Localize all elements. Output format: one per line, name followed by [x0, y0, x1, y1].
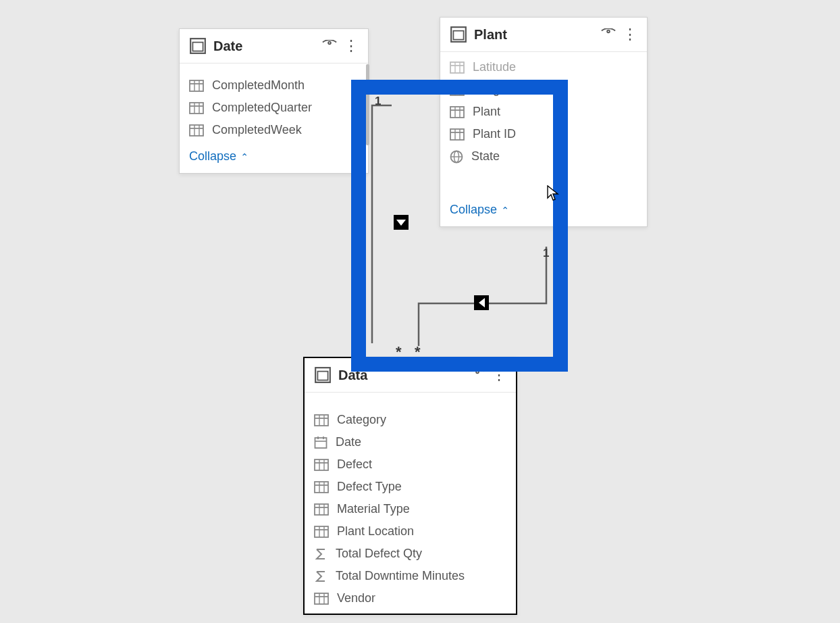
collapse-button[interactable]: Collapse ⌄ — [180, 145, 368, 173]
svg-rect-18 — [450, 62, 464, 73]
more-options-icon[interactable]: ⋮ — [492, 368, 506, 382]
svg-point-17 — [607, 30, 610, 33]
field-list: Category Date Defect Defect Type Materia… — [305, 393, 516, 614]
collapse-label: Collapse — [189, 149, 236, 164]
sigma-icon — [314, 547, 327, 561]
field-row[interactable]: Latitude — [450, 56, 637, 78]
field-name: Defect Type — [337, 480, 402, 494]
field-row[interactable]: Total Downtime Minutes — [314, 565, 506, 587]
field-row[interactable]: Material Type — [314, 498, 506, 520]
column-icon — [314, 459, 329, 471]
chevron-up-icon: ⌄ — [240, 151, 248, 162]
relationship-date-data-direction-icon — [394, 215, 409, 230]
field-name: Plant — [473, 105, 500, 119]
field-row[interactable]: Plant ID — [450, 123, 637, 145]
field-row[interactable]: Defect — [314, 453, 506, 476]
field-name: Longitude — [473, 82, 526, 97]
field-name: Total Downtime Minutes — [336, 569, 465, 583]
collapse-label: Collapse — [450, 203, 497, 217]
field-list: CompletedMonth CompletedQuarter Complete… — [180, 64, 368, 145]
sigma-icon — [314, 570, 327, 583]
field-row[interactable]: Total Defect Qty — [314, 543, 506, 565]
more-options-icon[interactable]: ⋮ — [623, 27, 637, 42]
svg-rect-60 — [315, 526, 328, 537]
field-row[interactable]: Vendor — [314, 587, 506, 609]
visibility-icon[interactable] — [470, 369, 485, 381]
visibility-icon[interactable] — [322, 40, 337, 52]
svg-rect-1 — [192, 43, 203, 51]
svg-rect-64 — [315, 593, 328, 604]
field-name: Latitude — [473, 60, 516, 74]
field-row[interactable]: CompletedMonth — [189, 74, 359, 97]
table-card-plant[interactable]: Plant ⋮ Latitude Longitude Plant — [440, 17, 648, 227]
svg-rect-30 — [450, 129, 464, 140]
field-name: Total Defect Qty — [336, 547, 422, 561]
svg-rect-22 — [450, 84, 464, 95]
svg-rect-16 — [453, 31, 463, 40]
scrollbar[interactable] — [366, 64, 369, 145]
globe-icon — [450, 150, 463, 164]
chevron-up-icon: ⌄ — [501, 205, 509, 216]
column-icon — [314, 481, 329, 493]
field-row[interactable]: Defect Type — [314, 476, 506, 498]
column-icon — [189, 124, 204, 136]
svg-rect-48 — [315, 459, 328, 470]
svg-rect-44 — [315, 438, 327, 448]
field-row[interactable]: Plant Location — [314, 520, 506, 543]
table-icon — [450, 26, 467, 43]
column-icon — [314, 503, 329, 516]
relationship-date-data-line[interactable] — [365, 101, 405, 358]
table-icon — [314, 366, 332, 384]
field-name: Date — [336, 435, 361, 449]
svg-rect-3 — [190, 80, 203, 91]
field-name: Plant Location — [337, 524, 414, 539]
column-icon — [314, 593, 329, 605]
table-icon — [189, 37, 207, 55]
visibility-icon[interactable] — [601, 28, 616, 41]
column-icon — [314, 414, 329, 426]
field-list: Latitude Longitude Plant Plant ID State — [440, 52, 647, 172]
more-options-icon[interactable]: ⋮ — [344, 39, 359, 53]
table-title: Date — [213, 39, 322, 54]
svg-rect-11 — [190, 125, 203, 136]
model-canvas[interactable]: 1 * 1 * Date ⋮ — [0, 0, 840, 623]
relationship-plant-data-direction-icon — [474, 295, 489, 310]
column-icon — [314, 526, 329, 538]
table-title: Plant — [474, 27, 601, 43]
svg-rect-40 — [315, 415, 328, 426]
field-name: CompletedQuarter — [212, 101, 312, 115]
relationship-date-data-one-label: 1 — [375, 95, 381, 108]
field-row[interactable]: Longitude — [450, 78, 637, 101]
field-row[interactable]: Plant — [450, 101, 637, 123]
field-row[interactable]: Date — [314, 431, 506, 453]
field-row[interactable]: State — [450, 145, 637, 168]
column-icon — [189, 80, 204, 92]
field-name: State — [471, 149, 500, 164]
column-icon — [450, 61, 465, 74]
field-name: Vendor — [337, 591, 375, 605]
field-name: Plant ID — [473, 127, 516, 141]
table-title: Data — [338, 368, 470, 383]
field-name: Category — [337, 413, 386, 427]
svg-rect-56 — [315, 504, 328, 515]
field-name: Material Type — [337, 502, 410, 516]
column-icon — [189, 102, 204, 114]
calendar-icon — [314, 436, 327, 449]
collapse-button[interactable]: Collapse ⌄ — [440, 199, 647, 226]
field-name: Defect — [337, 457, 372, 472]
svg-rect-26 — [450, 107, 464, 118]
svg-point-39 — [476, 371, 479, 374]
field-name: CompletedMonth — [212, 78, 305, 93]
svg-rect-38 — [317, 372, 327, 380]
svg-rect-7 — [190, 103, 203, 114]
table-card-date[interactable]: Date ⋮ CompletedMonth CompletedQuarter C… — [179, 28, 369, 174]
field-row[interactable]: Category — [314, 409, 506, 431]
field-row[interactable]: CompletedQuarter — [189, 97, 359, 119]
table-card-data[interactable]: Data ⋮ Category Date Defect — [303, 357, 517, 615]
svg-point-2 — [328, 42, 331, 45]
column-icon — [450, 128, 465, 141]
relationship-plant-data-one-label: 1 — [543, 247, 549, 260]
column-icon — [450, 106, 465, 118]
svg-rect-52 — [315, 482, 328, 493]
field-row[interactable]: CompletedWeek — [189, 119, 359, 141]
